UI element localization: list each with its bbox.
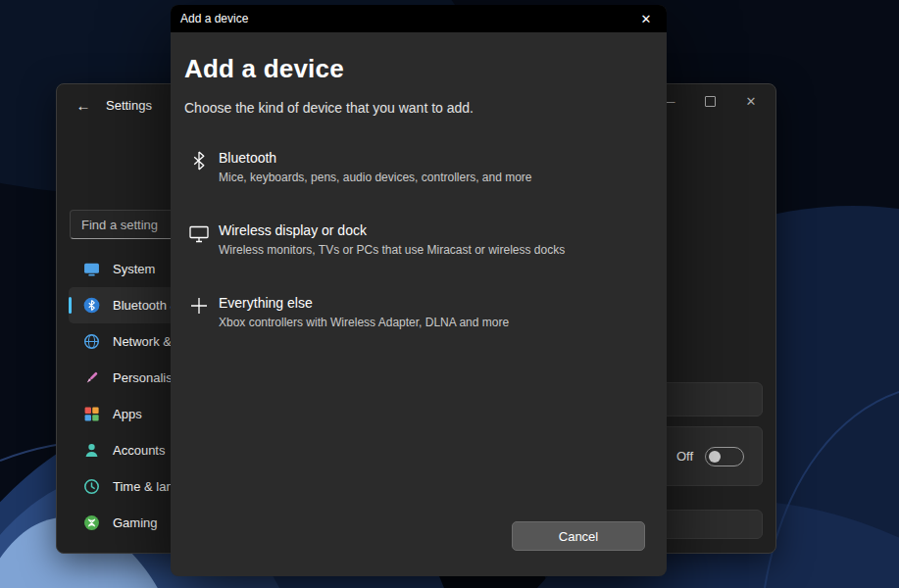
cancel-button[interactable]: Cancel bbox=[512, 521, 645, 551]
back-button[interactable]: ← bbox=[67, 90, 100, 120]
sidebar-item-label: System bbox=[113, 262, 155, 276]
system-icon bbox=[83, 261, 100, 277]
maximize-button[interactable] bbox=[689, 84, 730, 118]
bluetooth-icon bbox=[188, 150, 210, 172]
network-globe-icon bbox=[83, 333, 100, 350]
display-icon bbox=[188, 222, 210, 244]
option-description: Wireless monitors, TVs or PCs that use M… bbox=[219, 243, 565, 257]
bluetooth-icon bbox=[83, 297, 100, 314]
dialog-titlebar-title: Add a device bbox=[180, 12, 248, 25]
back-arrow-icon: ← bbox=[76, 97, 91, 114]
option-everything-else[interactable]: Everything else Xbox controllers with Wi… bbox=[184, 286, 653, 337]
dialog-body: Add a device Choose the kind of device t… bbox=[171, 54, 667, 337]
settings-titlebar[interactable]: ← Settings bbox=[67, 90, 152, 120]
dialog-close-button[interactable]: ✕ bbox=[625, 5, 667, 32]
option-description: Xbox controllers with Wireless Adapter, … bbox=[219, 316, 509, 329]
option-text: Wireless display or dock Wireless monito… bbox=[219, 221, 565, 257]
toggle-knob bbox=[709, 451, 721, 463]
sidebar-item-label: Apps bbox=[113, 407, 142, 421]
option-description: Mice, keyboards, pens, audio devices, co… bbox=[219, 171, 532, 184]
close-icon: ✕ bbox=[641, 12, 652, 26]
option-text: Everything else Xbox controllers with Wi… bbox=[219, 294, 509, 329]
close-button[interactable]: ✕ bbox=[730, 84, 772, 118]
option-text: Bluetooth Mice, keyboards, pens, audio d… bbox=[219, 149, 532, 184]
option-wireless-display[interactable]: Wireless display or dock Wireless monito… bbox=[184, 214, 653, 265]
settings-window-title: Settings bbox=[106, 98, 152, 113]
dialog-heading: Add a device bbox=[184, 54, 653, 84]
sidebar-item-label: Accounts bbox=[113, 443, 165, 458]
dialog-titlebar[interactable]: Add a device ✕ bbox=[171, 5, 667, 32]
maximize-icon bbox=[705, 96, 716, 107]
option-title: Everything else bbox=[219, 294, 509, 312]
personalisation-brush-icon bbox=[83, 369, 100, 386]
toggle-state-label: Off bbox=[676, 449, 693, 464]
option-bluetooth[interactable]: Bluetooth Mice, keyboards, pens, audio d… bbox=[184, 141, 653, 192]
time-language-clock-icon bbox=[83, 478, 100, 495]
gaming-xbox-icon bbox=[83, 514, 100, 531]
add-device-dialog: Add a device ✕ Add a device Choose the k… bbox=[171, 5, 667, 576]
accounts-person-icon bbox=[83, 442, 100, 459]
dialog-subtitle: Choose the kind of device that you want … bbox=[184, 100, 653, 116]
apps-grid-icon bbox=[83, 406, 100, 422]
close-icon: ✕ bbox=[746, 94, 757, 109]
toggle-switch[interactable] bbox=[705, 447, 744, 466]
option-title: Wireless display or dock bbox=[219, 221, 565, 239]
plus-icon bbox=[188, 295, 210, 317]
sidebar-item-label: Gaming bbox=[113, 515, 158, 530]
desktop: ← Settings — ✕ System bbox=[0, 0, 899, 588]
option-title: Bluetooth bbox=[219, 149, 532, 167]
device-options-list: Bluetooth Mice, keyboards, pens, audio d… bbox=[184, 141, 653, 337]
